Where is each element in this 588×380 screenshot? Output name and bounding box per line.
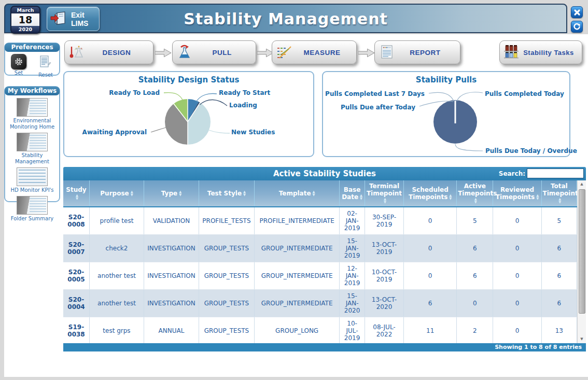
column-label: Terminal Timepoint	[367, 182, 402, 197]
table-row[interactable]: S20-0008profile testVALIDATIONPROFILE_TE…	[63, 207, 577, 235]
refresh-button[interactable]	[571, 21, 583, 33]
table-cell: 6	[457, 262, 493, 290]
table-cell: 08-JUL-2022	[365, 317, 403, 344]
column-header[interactable]: Total Timepoints▲▼	[541, 180, 577, 207]
column-header[interactable]: Base Date▲▼	[340, 180, 365, 207]
stability-tasks-label: Stability Tasks	[520, 49, 578, 57]
set-label: Set	[15, 70, 23, 76]
sidebar-item-hd-monitor-kpis[interactable]: HD Monitor KPI's	[5, 167, 59, 193]
column-header[interactable]: Scheduled Timepoints▲▼	[404, 180, 457, 207]
sort-icon[interactable]: ▲▼	[474, 198, 477, 204]
search-label: Search:	[499, 170, 525, 177]
table-cell: 02-JAN-2019	[340, 207, 365, 235]
table-cell: check2	[90, 235, 144, 262]
table-cell: 0	[493, 235, 541, 262]
column-header[interactable]: Template▲▼	[254, 180, 339, 207]
pie-label-awaiting-approval: Awaiting Approval	[82, 129, 147, 136]
refresh-icon	[573, 23, 581, 31]
column-header[interactable]: Active Timepoints▲▼	[457, 180, 493, 207]
table-cell: GROUP_TESTS	[199, 290, 254, 317]
table-title-bar: Active Stability Studies Search:	[63, 167, 586, 180]
sort-icon[interactable]: ▲▼	[243, 191, 246, 196]
workflow-thumbnail-icon	[17, 167, 48, 186]
sort-icon[interactable]: ▲▼	[449, 194, 452, 200]
pie-label-pulls-due-after-today: Pulls Due after Today	[341, 104, 415, 111]
table-cell: 13	[541, 317, 577, 344]
pie-label-pulls-completed-today: Pulls Completed Today	[485, 90, 564, 97]
table-cell: INVESTIGATION	[144, 262, 199, 290]
table-cell: 5	[541, 207, 577, 235]
sort-icon[interactable]: ▲▼	[76, 194, 78, 200]
sort-icon[interactable]: ▲▼	[558, 198, 561, 204]
my-workflows-panel: My Workflows Environmental Monitoring Ho…	[4, 86, 60, 202]
table-cell: INVESTIGATION	[144, 235, 199, 262]
table-row[interactable]: S20-0007check2INVESTIGATIONGROUP_TESTSGR…	[63, 235, 577, 262]
sidebar-item-stability-management[interactable]: Stability Management	[5, 133, 59, 165]
study-id-cell: S20-0007	[63, 235, 90, 262]
design-status-pie-chart[interactable]	[165, 99, 211, 145]
gear-icon	[11, 54, 26, 69]
workflow-thumbnail-icon	[17, 196, 48, 215]
scroll-up-icon[interactable]: ▲	[578, 180, 586, 188]
table-row[interactable]: S20-0005another testINVESTIGATIONGROUP_T…	[63, 262, 577, 290]
sort-icon[interactable]: ▲▼	[179, 191, 181, 196]
table-cell: PROFILE_INTERMEDIATE	[254, 207, 339, 235]
sort-icon[interactable]: ▲▼	[131, 191, 133, 196]
table-cell: test grps	[90, 317, 144, 344]
report-step-button[interactable]: REPORT	[374, 40, 460, 64]
scrollbar-thumb[interactable]	[579, 189, 585, 314]
table-cell: 13-OCT-2019	[365, 235, 403, 262]
table-cell: 12-JAN-2019	[340, 262, 365, 290]
table-cell: GROUP_TESTS	[199, 262, 254, 290]
search-input[interactable]	[527, 168, 584, 178]
table-row[interactable]: S19-0038test grpsANNUALGROUP_TESTSGROUP_…	[63, 317, 577, 344]
table-cell: 15-JAN-2020	[340, 290, 365, 317]
design-step-button[interactable]: DESIGN	[64, 40, 153, 64]
table-cell: 2	[457, 317, 493, 344]
table-cell: 6	[457, 235, 493, 262]
column-label: Reviewed Timepoints	[496, 186, 535, 201]
table-row[interactable]: S20-0004another testINVESTIGATIONGROUP_T…	[63, 290, 577, 317]
table-cell: 0	[493, 262, 541, 290]
sidebar-item-environmental-monitoring-home[interactable]: Environmental Monitoring Home	[5, 98, 59, 130]
workflow-thumbnail-icon	[17, 133, 48, 151]
stability-tasks-button[interactable]: Stability Tasks	[499, 40, 582, 64]
table-cell: 0	[404, 262, 457, 290]
table-cell: GROUP_INTERMEDIATE	[254, 290, 339, 317]
pull-step-button[interactable]: PULL	[172, 40, 256, 64]
column-header[interactable]: Study▲▼	[63, 180, 90, 207]
table-cell: 6	[541, 262, 577, 290]
measure-step-button[interactable]: MEASURE	[272, 40, 357, 64]
column-label: Active Timepoints	[458, 182, 497, 197]
design-icon	[69, 44, 85, 61]
preferences-reset-button[interactable]: Reset	[38, 54, 53, 78]
stability-pulls-pie-chart[interactable]	[323, 72, 571, 158]
design-status-panel: Stability Design Status Ready To Load Re…	[63, 71, 314, 157]
column-label: Total Timepoints	[543, 182, 582, 197]
scroll-down-icon[interactable]: ▼	[578, 335, 586, 343]
sort-icon[interactable]: ▲▼	[360, 194, 362, 200]
preferences-panel: Preferences Set	[4, 43, 60, 76]
column-label: Study	[66, 186, 86, 193]
column-label: Scheduled Timepoints	[409, 186, 449, 201]
column-header[interactable]: Terminal Timepoint▲▼	[365, 180, 403, 207]
design-status-title: Stability Design Status	[64, 75, 313, 85]
table-cell: INVESTIGATION	[144, 290, 199, 317]
vertical-scrollbar[interactable]: ▲ ▼	[577, 180, 586, 343]
table-cell: 0	[493, 207, 541, 235]
column-header[interactable]: Purpose▲▼	[90, 180, 144, 207]
reset-label: Reset	[38, 72, 53, 78]
sort-icon[interactable]: ▲▼	[313, 191, 315, 196]
sort-icon[interactable]: ▲▼	[536, 194, 539, 200]
close-button[interactable]	[571, 6, 583, 18]
pie-label-pulls-due-today-overdue: Pulls Due Today / Overdue	[485, 147, 577, 154]
column-header[interactable]: Reviewed Timepoints▲▼	[493, 180, 541, 207]
vials-icon	[504, 45, 520, 60]
column-header[interactable]: Test Style▲▼	[199, 180, 254, 207]
column-label: Purpose	[100, 190, 129, 197]
preferences-set-button[interactable]: Set	[11, 54, 26, 78]
sort-icon[interactable]: ▲▼	[384, 198, 386, 204]
table-cell: GROUP_LONG	[254, 317, 339, 344]
sidebar-item-folder-summary[interactable]: Folder Summary	[5, 196, 59, 222]
column-header[interactable]: Type▲▼	[144, 180, 199, 207]
